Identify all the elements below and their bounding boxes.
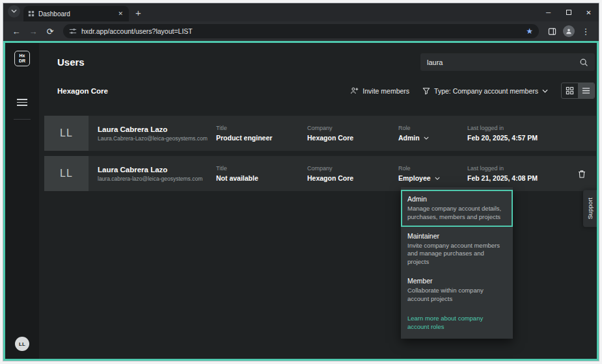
user-last-logged-in: Feb 20, 2025, 4:57 PM: [467, 134, 578, 142]
side-panel-icon: [548, 27, 556, 36]
user-role: Employee: [398, 174, 431, 182]
back-button[interactable]: ←: [8, 23, 24, 39]
url-text[interactable]: hxdr.app/account/users?layout=LIST: [81, 27, 521, 35]
column-label-company: Company: [307, 125, 398, 131]
site-settings-icon: [69, 27, 77, 35]
toolbar-row: Hexagon Core Invite members: [39, 71, 599, 99]
tab-search-button[interactable]: [8, 5, 20, 18]
chevron-down-icon: [11, 9, 17, 13]
role-dropdown[interactable]: Admin: [398, 134, 467, 142]
close-button[interactable]: ✕: [579, 3, 599, 21]
tab-title: Dashboard: [38, 10, 113, 18]
hxdr-logo[interactable]: Hx DR: [14, 51, 30, 66]
list-icon: [582, 86, 590, 95]
delete-user-button[interactable]: [578, 169, 596, 179]
role-option-maintainer[interactable]: Maintainer Invite company account member…: [401, 227, 513, 272]
address-bar[interactable]: hxdr.app/account/users?layout=LIST ★: [63, 24, 539, 38]
header-row: Users: [39, 43, 599, 71]
chevron-down-icon: [542, 89, 548, 93]
role-menu: Admin Manage company account details, pu…: [401, 187, 513, 339]
avatar: LL: [44, 156, 89, 191]
trash-icon: [578, 169, 586, 179]
invite-members-button[interactable]: Invite members: [350, 86, 409, 95]
column-label-last-logged-in: Last logged in: [467, 125, 578, 131]
browser-tab-dashboard[interactable]: Dashboard ✕: [23, 6, 129, 21]
role-option-admin[interactable]: Admin Manage company account details, pu…: [401, 190, 513, 227]
role-option-name: Member: [407, 277, 506, 285]
browser-window: Dashboard ✕ + ─ ✕ ← → ⟳ hxdr.app/account…: [3, 3, 599, 361]
column-label-title: Title: [216, 165, 307, 172]
search-box[interactable]: [420, 53, 595, 71]
sidebar-divider: [14, 119, 31, 120]
user-title: Product engineer: [216, 134, 307, 142]
company-name: Hexagon Core: [57, 87, 108, 95]
user-list: LL Laura Cabrera Lazo Laura.Cabrera-Lazo…: [39, 99, 599, 196]
user-company: Hexagon Core: [307, 134, 398, 142]
side-panel-button[interactable]: [544, 23, 560, 39]
chevron-down-icon: [424, 136, 429, 140]
table-row[interactable]: LL Laura Cabrera Lazo laura.cabrera-lazo…: [44, 156, 596, 191]
table-row[interactable]: LL Laura Cabrera Lazo Laura.Cabrera-Lazo…: [44, 116, 596, 151]
learn-more-link[interactable]: Learn more about company account roles: [401, 309, 513, 338]
chevron-down-icon: [435, 177, 440, 180]
view-toggle: [561, 83, 595, 99]
search-input[interactable]: [427, 58, 574, 66]
page-content: Hx DR LL Users Hexagon Cor: [3, 41, 599, 361]
menu-hamburger-icon[interactable]: [17, 99, 27, 106]
type-filter-label: Type: Company account members: [434, 87, 538, 95]
logo-text-top: Hx: [20, 53, 25, 58]
page-title: Users: [57, 57, 85, 68]
maximize-icon: [566, 10, 571, 15]
user-name: Laura Cabrera Lazo: [98, 125, 216, 133]
grid-view-button[interactable]: [562, 83, 578, 98]
user-email: laura.cabrera-lazo@leica-geosystems.com: [98, 176, 216, 182]
role-dropdown[interactable]: Employee: [398, 174, 467, 182]
filter-funnel-icon: [422, 87, 430, 95]
current-user-avatar[interactable]: LL: [15, 337, 29, 351]
app-sidebar: Hx DR LL: [5, 43, 39, 359]
user-email: Laura.Cabrera-Lazo@leica-geosystems.com: [98, 135, 216, 142]
user-name: Laura Cabrera Lazo: [98, 166, 216, 174]
new-tab-button[interactable]: +: [129, 7, 148, 18]
support-tab[interactable]: Support: [583, 190, 597, 227]
search-icon[interactable]: [579, 58, 588, 67]
bookmark-star-icon[interactable]: ★: [526, 27, 533, 35]
role-option-description: Collaborate within company account proje…: [407, 287, 506, 304]
person-plus-icon: [350, 86, 359, 95]
avatar: LL: [44, 116, 89, 151]
reload-button[interactable]: ⟳: [42, 23, 58, 39]
column-label-title: Title: [216, 125, 307, 131]
browser-navbar: ← → ⟳ hxdr.app/account/users?layout=LIST…: [3, 21, 599, 41]
invite-members-label: Invite members: [363, 87, 409, 95]
column-label-role: Role: [398, 165, 467, 172]
user-company: Hexagon Core: [307, 174, 398, 182]
main-area: Users Hexagon Core: [39, 43, 599, 359]
list-view-button[interactable]: [578, 83, 594, 98]
role-option-member[interactable]: Member Collaborate within company accoun…: [401, 272, 513, 309]
browser-tabstrip: Dashboard ✕ + ─ ✕: [3, 3, 599, 21]
role-option-name: Admin: [407, 195, 506, 203]
type-filter-dropdown[interactable]: Type: Company account members: [422, 87, 548, 95]
logo-text-bottom: DR: [19, 58, 25, 64]
forward-button[interactable]: →: [25, 23, 41, 39]
window-controls: ─ ✕: [538, 3, 599, 21]
grid-icon: [566, 86, 574, 95]
maximize-button[interactable]: [558, 3, 579, 21]
user-role: Admin: [398, 134, 420, 142]
user-title: Not available: [216, 174, 307, 182]
tab-favicon-icon: [28, 10, 34, 17]
column-label-company: Company: [307, 165, 398, 172]
tab-close-icon[interactable]: ✕: [116, 10, 124, 18]
minimize-button[interactable]: ─: [538, 3, 558, 21]
person-icon: [566, 28, 572, 34]
role-option-description: Manage company account details, purchase…: [407, 205, 506, 222]
profile-avatar-button[interactable]: [563, 25, 575, 37]
role-option-description: Invite company account members and manag…: [407, 242, 506, 266]
column-label-role: Role: [398, 125, 467, 131]
browser-menu-button[interactable]: ⋮: [578, 23, 594, 39]
user-last-logged-in: Feb 21, 2025, 4:08 PM: [467, 174, 578, 182]
column-label-last-logged-in: Last logged in: [467, 165, 578, 172]
role-option-name: Maintainer: [407, 232, 506, 240]
